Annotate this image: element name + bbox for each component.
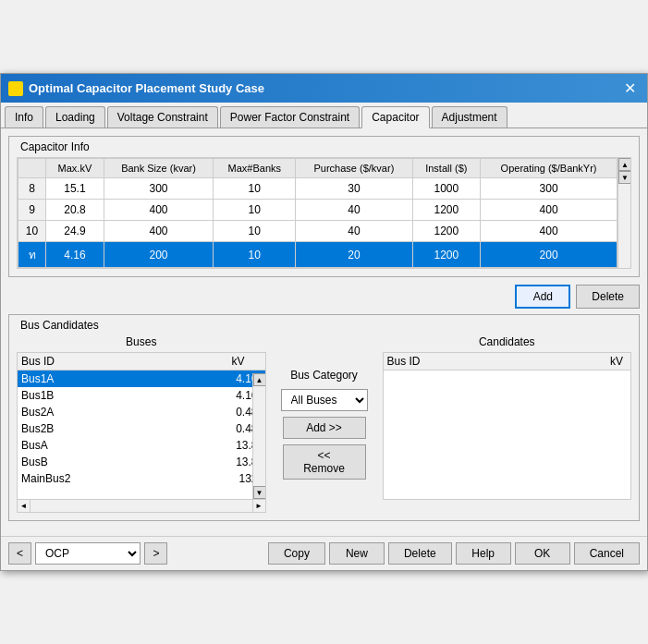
- buses-scroll-right[interactable]: ►: [252, 500, 265, 512]
- list-item[interactable]: MainBusA 132: [18, 487, 265, 491]
- row-bank-size: 400: [104, 200, 213, 221]
- buses-col-kv: kV: [193, 355, 249, 368]
- candidates-list[interactable]: [384, 371, 631, 491]
- bottom-bar: < OCP > Copy New Delete Help OK Cancel: [1, 536, 647, 570]
- add-arrow-button[interactable]: Add >>: [283, 417, 366, 439]
- list-item[interactable]: BusB 13.8: [18, 454, 265, 470]
- tab-power[interactable]: Power Factor Constraint: [220, 106, 360, 128]
- row-bank-size: 300: [104, 178, 213, 200]
- title-bar: Optimal Capacitor Placement Study Case ✕: [1, 74, 647, 103]
- cancel-button[interactable]: Cancel: [574, 542, 640, 565]
- tab-loading[interactable]: Loading: [45, 106, 105, 128]
- list-item[interactable]: Bus2A 0.48: [18, 404, 265, 420]
- new-button[interactable]: New: [329, 542, 385, 565]
- col-install: Install ($): [412, 159, 481, 178]
- row-purchase: 40: [296, 200, 412, 221]
- scroll-down-arrow[interactable]: ▼: [618, 171, 631, 184]
- help-button[interactable]: Help: [456, 542, 511, 565]
- bus-id: MainBus2: [21, 472, 206, 485]
- close-button[interactable]: ✕: [620, 79, 640, 97]
- candidates-list-header: Bus ID kV: [384, 353, 631, 371]
- row-index: ท: [18, 242, 46, 268]
- row-purchase: 40: [296, 221, 412, 242]
- tab-info[interactable]: Info: [5, 106, 43, 128]
- tab-capacitor[interactable]: Capacitor: [361, 106, 429, 128]
- table-scrollbar[interactable]: ▲ ▼: [617, 158, 630, 268]
- row-purchase: 30: [296, 178, 412, 200]
- nav-prev-button[interactable]: <: [8, 542, 31, 565]
- list-item[interactable]: Bus1B 4.16: [18, 387, 265, 404]
- row-install: 1200: [412, 221, 481, 242]
- row-install: 1200: [412, 200, 481, 221]
- capacitor-info-title: Capacitor Info: [17, 140, 93, 153]
- table-row[interactable]: ท 4.16 200 10 20 1200 200: [18, 242, 617, 268]
- col-max-banks: Max#Banks: [214, 159, 296, 178]
- col-max-kv: Max.kV: [46, 159, 104, 178]
- capacitor-table: Max.kV Bank Size (kvar) Max#Banks Purcha…: [18, 158, 617, 268]
- col-bank-size: Bank Size (kvar): [104, 159, 213, 178]
- buses-hscroll[interactable]: ◄ ►: [17, 500, 266, 513]
- tab-bar: Info Loading Voltage Constraint Power Fa…: [1, 103, 647, 128]
- row-operating: 300: [481, 178, 617, 200]
- table-row[interactable]: 8 15.1 300 10 30 1000 300: [18, 178, 617, 200]
- add-button[interactable]: Add: [515, 285, 570, 309]
- main-window: Optimal Capacitor Placement Study Case ✕…: [0, 73, 648, 571]
- list-item[interactable]: Bus2B 0.48: [18, 420, 265, 437]
- delete-bottom-button[interactable]: Delete: [388, 542, 452, 565]
- ok-button[interactable]: OK: [515, 542, 570, 565]
- table-row[interactable]: 10 24.9 400 10 40 1200 400: [18, 221, 617, 242]
- buses-scroll-left[interactable]: ◄: [18, 500, 31, 512]
- buses-list[interactable]: Bus1A 4.16 Bus1B 4.16 Bus2A 0.48 Bus2B 0…: [18, 371, 265, 491]
- bus-category-select[interactable]: All Buses: [281, 389, 368, 411]
- scroll-up-arrow[interactable]: ▲: [618, 158, 631, 171]
- bus-id: Bus2A: [21, 406, 206, 419]
- row-max-kv: 4.16: [46, 242, 104, 268]
- tab-adjustment[interactable]: Adjustment: [432, 106, 507, 128]
- row-index: 8: [18, 178, 46, 200]
- buses-scroll-up[interactable]: ▲: [253, 373, 266, 386]
- buses-panel-title: Buses: [17, 335, 266, 348]
- buses-scrollbar[interactable]: ▲ ▼: [252, 373, 265, 499]
- buses-list-container: Bus ID kV Bus1A 4.16 Bus1B 4.16 Bus2A 0.…: [17, 352, 266, 500]
- row-max-kv: 15.1: [46, 178, 104, 200]
- row-max-banks: 10: [214, 242, 296, 268]
- delete-button[interactable]: Delete: [576, 285, 640, 309]
- bus-id: MainBusA: [21, 489, 206, 491]
- bus-id: Bus2B: [21, 422, 206, 435]
- buses-list-header: Bus ID kV: [18, 353, 265, 371]
- copy-button[interactable]: Copy: [268, 542, 325, 565]
- capacitor-info-group: Capacitor Info Max.kV Bank Size (kvar) M…: [8, 136, 640, 277]
- row-max-banks: 10: [214, 200, 296, 221]
- tab-voltage[interactable]: Voltage Constraint: [107, 106, 218, 128]
- row-max-kv: 20.8: [46, 200, 104, 221]
- bus-category-label: Bus Category: [290, 369, 358, 382]
- row-index: 9: [18, 200, 46, 221]
- row-install: 1200: [412, 242, 481, 268]
- bus-id: BusB: [21, 456, 206, 468]
- candidates-panel-title: Candidates: [383, 335, 632, 348]
- candidates-list-container: Bus ID kV: [383, 352, 632, 500]
- candidates-col-id: Bus ID: [387, 355, 572, 368]
- row-operating: 200: [481, 242, 617, 268]
- list-item[interactable]: MainBus2 132: [18, 470, 265, 487]
- study-select[interactable]: OCP: [35, 542, 141, 565]
- bus-candidates-title: Bus Candidates: [17, 319, 103, 332]
- app-icon: [8, 81, 23, 96]
- nav-next-button[interactable]: >: [144, 542, 167, 565]
- candidates-panel: Candidates Bus ID kV: [383, 335, 632, 513]
- row-max-banks: 10: [214, 221, 296, 242]
- col-purchase: Purchase ($/kvar): [296, 159, 412, 178]
- buses-scroll-down[interactable]: ▼: [253, 486, 266, 499]
- col-operating: Operating ($/BankYr): [481, 159, 617, 178]
- row-bank-size: 200: [104, 242, 213, 268]
- col-index: [18, 159, 46, 178]
- list-item[interactable]: BusA 13.8: [18, 437, 265, 454]
- bus-candidates-layout: Buses Bus ID kV Bus1A 4.16 Bus1B 4.16 Bu…: [17, 335, 631, 513]
- list-item[interactable]: Bus1A 4.16: [18, 371, 265, 387]
- title-bar-left: Optimal Capacitor Placement Study Case: [8, 81, 264, 96]
- row-operating: 400: [481, 200, 617, 221]
- remove-arrow-button[interactable]: << Remove: [283, 444, 366, 480]
- candidates-col-kv: kV: [571, 355, 627, 368]
- row-install: 1000: [412, 178, 481, 200]
- table-row[interactable]: 9 20.8 400 10 40 1200 400: [18, 200, 617, 221]
